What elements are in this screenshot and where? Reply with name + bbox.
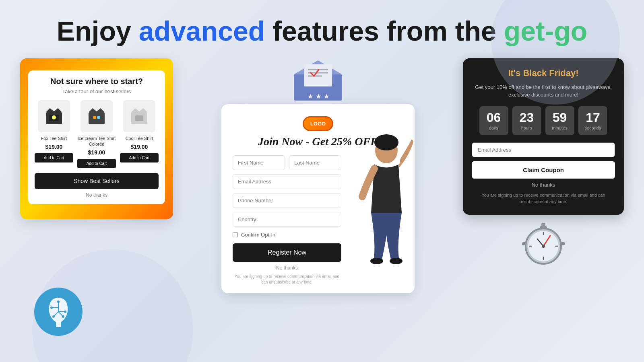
countdown-seconds-value: 17 — [585, 111, 601, 124]
phone-input[interactable] — [233, 193, 341, 208]
jumping-person — [338, 104, 415, 293]
countdown: 06 days 23 hours 59 minutes 17 seconds — [472, 106, 615, 135]
svg-point-6 — [93, 116, 96, 119]
last-name-input[interactable] — [289, 155, 341, 170]
show-best-sellers-button[interactable]: Show Best Sellers — [35, 173, 159, 189]
svg-rect-34 — [541, 223, 545, 228]
svg-rect-4 — [89, 112, 105, 124]
form-disclaimer: You are signing up to receive communicat… — [233, 274, 341, 285]
svg-rect-49 — [56, 321, 61, 327]
svg-text:★: ★ — [308, 93, 313, 100]
add-to-cart-btn-1[interactable]: Add to Cart — [35, 153, 73, 162]
email-input[interactable] — [233, 174, 341, 189]
svg-point-41 — [50, 306, 53, 309]
add-to-cart-btn-3[interactable]: Add to Cart — [120, 153, 159, 162]
countdown-minutes-label: minutes — [552, 125, 568, 130]
product-widget-inner: Not sure where to start? Take a tour of … — [28, 70, 165, 205]
stopwatch-icon — [517, 215, 570, 269]
svg-point-45 — [52, 315, 55, 318]
envelope-icon: ★ ★ ★ — [290, 58, 346, 104]
countdown-days-label: days — [486, 125, 502, 130]
countdown-days: 06 days — [479, 106, 508, 135]
countdown-hours: 23 hours — [512, 106, 541, 135]
svg-point-47 — [62, 315, 64, 318]
product-item-3: Cool Tee Shirt $19.00 Add to Cart — [120, 100, 159, 169]
add-to-cart-btn-2[interactable]: Add to Cart — [77, 159, 116, 168]
svg-rect-36 — [561, 242, 565, 245]
product-price-1: $19.00 — [35, 144, 73, 150]
svg-marker-5 — [89, 108, 105, 112]
product-name-3: Cool Tee Shirt — [120, 136, 159, 141]
form-fields: Confirm Opt-In Register Now No thanks Yo… — [233, 155, 341, 285]
form-no-thanks-button[interactable]: No thanks — [233, 265, 341, 271]
countdown-seconds: 17 seconds — [578, 106, 608, 135]
product-img-2 — [80, 100, 113, 132]
svg-rect-10 — [135, 115, 143, 121]
svg-point-23 — [390, 258, 402, 264]
countdown-seconds-label: seconds — [585, 125, 601, 130]
product-no-thanks-button[interactable]: No thanks — [35, 192, 159, 198]
title-advanced: advanced — [139, 16, 265, 46]
brain-icon — [32, 286, 85, 338]
country-input[interactable] — [233, 212, 341, 227]
title-part2: features from the — [265, 16, 504, 46]
svg-point-7 — [97, 116, 100, 119]
claim-coupon-button[interactable]: Claim Coupon — [472, 161, 615, 179]
product-widget: Not sure where to start? Take a tour of … — [20, 58, 173, 219]
svg-point-39 — [57, 300, 60, 303]
center-section: ★ ★ ★ LOGO Join Now - Get 25% OFF — [185, 58, 451, 293]
register-button[interactable]: Register Now — [233, 243, 341, 262]
svg-marker-1 — [46, 108, 62, 112]
svg-point-21 — [374, 134, 398, 150]
product-name-1: Fox Tee Shirt — [35, 136, 73, 141]
svg-point-22 — [370, 258, 383, 264]
first-name-input[interactable] — [233, 155, 285, 170]
svg-text:★: ★ — [316, 93, 321, 100]
title-part1: Enjoy — [57, 16, 139, 46]
svg-point-43 — [64, 311, 66, 313]
countdown-days-value: 06 — [486, 111, 502, 124]
countdown-minutes-value: 59 — [552, 111, 568, 124]
optin-row: Confirm Opt-In — [233, 232, 341, 238]
product-item-1: Fox Tee Shirt $19.00 Add to Cart — [35, 100, 73, 169]
svg-text:★: ★ — [324, 93, 329, 100]
countdown-hours-value: 23 — [519, 111, 535, 124]
product-name-2: Ice cream Tee Shirt Colored — [77, 136, 116, 147]
logo-badge: LOGO — [303, 116, 333, 131]
product-img-3 — [123, 100, 155, 132]
product-price-2: $19.00 — [77, 149, 116, 156]
bf-disclaimer: You are signing up to receive communicat… — [472, 192, 615, 205]
svg-point-32 — [542, 245, 545, 248]
product-img-1 — [38, 100, 70, 132]
product-item-2: Ice cream Tee Shirt Colored $19.00 Add t… — [77, 100, 116, 169]
svg-point-3 — [52, 115, 56, 119]
product-price-3: $19.00 — [120, 144, 159, 150]
bf-no-thanks-button[interactable]: No thanks — [472, 182, 615, 188]
svg-marker-9 — [131, 108, 147, 112]
optin-label: Confirm Opt-In — [241, 232, 275, 238]
product-widget-title: Not sure where to start? — [35, 77, 159, 86]
form-widget: LOGO Join Now - Get 25% OFF Confirm Opt-… — [221, 104, 415, 293]
product-widget-subtitle: Take a tour of our best sellers — [35, 88, 159, 95]
countdown-minutes: 59 minutes — [545, 106, 574, 135]
svg-rect-35 — [522, 242, 526, 245]
name-row — [233, 155, 341, 170]
countdown-hours-label: hours — [519, 125, 535, 130]
bf-email-input[interactable] — [472, 142, 615, 157]
optin-checkbox[interactable] — [233, 232, 238, 237]
products-grid: Fox Tee Shirt $19.00 Add to Cart Ice cre… — [35, 100, 159, 169]
